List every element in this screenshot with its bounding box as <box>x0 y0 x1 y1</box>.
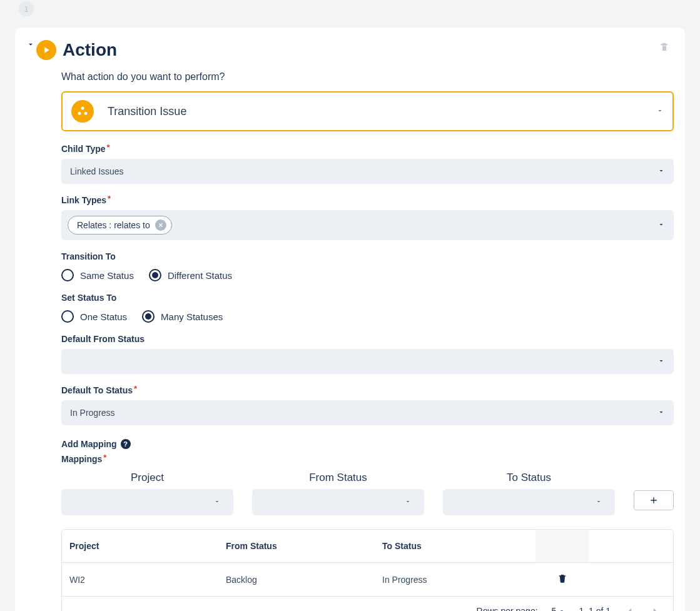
radio-same-status[interactable]: Same Status <box>61 269 134 281</box>
mapping-project-select[interactable] <box>61 489 233 515</box>
mappings-table: Project From Status To Status WI2 Backlo… <box>61 529 674 611</box>
panel-content: What action do you want to perform? Tran… <box>26 71 674 611</box>
table-row: WI2 Backlog In Progress <box>62 563 673 596</box>
required-mark: * <box>108 194 111 203</box>
next-page-button[interactable] <box>649 605 661 611</box>
add-mapping-label: Add Mapping ? <box>61 439 674 449</box>
rows-per-page-label: Rows per page: <box>477 606 538 611</box>
transition-to-label: Transition To <box>61 251 674 261</box>
mapping-project-header: Project <box>61 472 233 484</box>
mapping-from-select[interactable] <box>252 489 424 515</box>
td-to: In Progress <box>382 563 535 596</box>
delete-row-button[interactable] <box>557 573 567 586</box>
th-to: To Status <box>382 530 535 562</box>
dropdown-caret-icon <box>657 166 665 176</box>
radio-icon <box>142 310 155 323</box>
dropdown-caret-icon <box>657 220 665 230</box>
th-project: Project <box>69 530 226 562</box>
link-type-chip: Relates : relates to <box>68 216 172 235</box>
rows-per-page-select[interactable]: 5 <box>552 606 566 611</box>
mapping-input-row: Project From Status To Status <box>61 472 674 515</box>
dropdown-caret-icon <box>657 356 665 366</box>
dropdown-caret-icon <box>595 497 602 507</box>
default-to-select[interactable]: In Progress <box>61 400 674 425</box>
step-badge: 1 <box>19 1 34 16</box>
radio-label: Same Status <box>80 270 134 281</box>
required-mark: * <box>107 143 110 152</box>
help-icon[interactable]: ? <box>121 439 131 449</box>
delete-action-button[interactable] <box>659 41 670 54</box>
section-title: Action <box>63 40 117 60</box>
chip-label: Relates : relates to <box>77 220 150 230</box>
dropdown-caret-icon <box>656 106 664 116</box>
th-actions <box>535 530 589 562</box>
td-project: WI2 <box>69 563 226 596</box>
chip-remove-icon[interactable] <box>155 220 166 231</box>
default-from-select[interactable] <box>61 349 674 374</box>
mapping-to-select[interactable] <box>443 489 615 515</box>
transition-to-group: Same Status Different Status <box>61 269 674 281</box>
radio-label: One Status <box>80 311 127 322</box>
prev-page-button[interactable] <box>624 605 636 611</box>
action-panel: Action What action do you want to perfor… <box>15 28 685 611</box>
mappings-label: Mappings* <box>61 454 674 464</box>
radio-label: Different Status <box>168 270 232 281</box>
svg-point-1 <box>78 112 81 115</box>
pagination-range: 1–1 of 1 <box>579 606 611 611</box>
radio-icon <box>149 269 161 281</box>
table-header: Project From Status To Status <box>62 530 673 563</box>
svg-point-2 <box>84 112 88 115</box>
dropdown-caret-icon <box>213 497 221 507</box>
add-mapping-button[interactable] <box>634 490 674 510</box>
td-from: Backlog <box>226 563 382 596</box>
link-types-select[interactable]: Relates : relates to <box>61 210 674 240</box>
link-types-label: Link Types* <box>61 195 674 205</box>
play-icon <box>36 40 56 60</box>
radio-icon <box>61 269 74 281</box>
default-from-label: Default From Status <box>61 334 674 344</box>
dropdown-caret-icon <box>404 497 412 507</box>
th-from: From Status <box>226 530 382 562</box>
radio-icon <box>61 310 74 323</box>
mapping-project-col: Project <box>61 472 233 515</box>
mapping-from-header: From Status <box>252 472 424 484</box>
radio-many-statuses[interactable]: Many Statuses <box>142 310 223 323</box>
mapping-to-col: To Status <box>443 472 615 515</box>
svg-point-0 <box>81 107 84 110</box>
table-footer: Rows per page: 5 1–1 of 1 <box>62 596 673 611</box>
panel-header: Action <box>26 40 674 60</box>
mapping-to-header: To Status <box>443 472 615 484</box>
radio-label: Many Statuses <box>161 311 223 322</box>
dropdown-caret-icon <box>657 408 665 418</box>
chevron-down-icon[interactable] <box>26 40 35 49</box>
required-mark: * <box>103 453 106 462</box>
default-to-value: In Progress <box>70 408 115 418</box>
prompt-text: What action do you want to perform? <box>61 71 674 83</box>
set-status-to-label: Set Status To <box>61 293 674 303</box>
child-type-select[interactable]: Linked Issues <box>61 159 674 184</box>
transition-icon <box>71 100 94 123</box>
action-type-value: Transition Issue <box>108 105 186 118</box>
radio-different-status[interactable]: Different Status <box>149 269 232 281</box>
set-status-to-group: One Status Many Statuses <box>61 310 674 323</box>
child-type-label: Child Type* <box>61 144 674 154</box>
child-type-value: Linked Issues <box>70 166 124 176</box>
td-actions <box>535 563 589 596</box>
default-to-label: Default To Status* <box>61 385 674 395</box>
action-type-select[interactable]: Transition Issue <box>61 91 674 131</box>
required-mark: * <box>134 384 137 393</box>
mapping-from-col: From Status <box>252 472 424 515</box>
radio-one-status[interactable]: One Status <box>61 310 127 323</box>
